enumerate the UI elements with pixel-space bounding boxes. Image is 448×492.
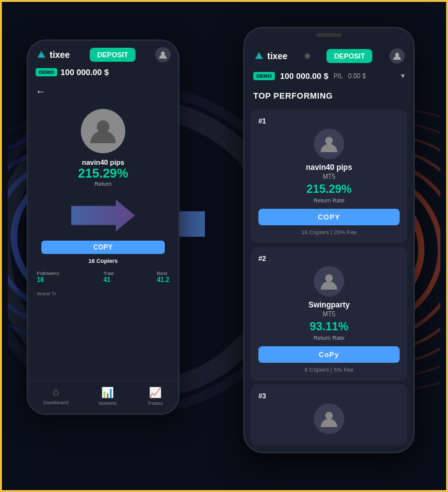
bg-stat-best: Best 41.2 [157, 271, 169, 283]
bg-phone-header: tixee DEPOSIT [28, 41, 178, 66]
trader-1-rank: #1 [258, 117, 266, 125]
trader-2-platform: MT5 [323, 311, 335, 318]
trader-1-return-rate: 215.29% [306, 183, 351, 196]
bg-balance-bar: DEMO 100 000.00 $ [28, 66, 178, 81]
fg-balance-bar: DEMO 100 000.00 $ P/L 0.00 $ ▾ [244, 69, 414, 86]
bg-home-icon: ⌂ [53, 386, 59, 398]
fg-notch [316, 33, 342, 37]
scene: tixee DEPOSIT DEMO 100 000.00 $ ← [8, 8, 440, 485]
bg-stat-trades-label: Trad [103, 271, 113, 276]
fg-chevron-icon[interactable]: ▾ [401, 71, 405, 80]
trader-2-copiers-fee: 8 Copiers | 5% Fee [305, 367, 354, 373]
trader-1-return-label: Return Rate [314, 197, 345, 204]
trader-1-copiers-fee: 16 Copiers | 20% Fee [302, 229, 357, 235]
bg-stat-best-label: Best [157, 271, 169, 276]
bg-user-avatar [155, 47, 171, 62]
bg-stat-followers: Followers: 16 [37, 271, 60, 283]
bg-nav-dashboard-label: Dashboard [43, 400, 68, 405]
trader-3-avatar [314, 404, 344, 434]
fg-phone-header: tixee DEPOSIT [244, 42, 414, 69]
trader-1-platform: MT5 [323, 173, 335, 180]
bg-trader-name: navin40 pips [82, 158, 125, 166]
bg-nav-trades[interactable]: 📈 Trades [147, 386, 163, 406]
fg-user-avatar [389, 48, 405, 64]
copy-arrow-area [28, 200, 178, 232]
bg-return-rate: 215.29% [78, 166, 129, 181]
svg-point-12 [325, 412, 333, 419]
trader-2-rank: #2 [258, 255, 266, 262]
bg-trader-avatar [81, 109, 125, 153]
copy-arrow-shape [71, 200, 135, 232]
bg-worst-label: Worst Tr [28, 288, 178, 299]
back-arrow[interactable]: ← [28, 81, 178, 102]
bg-stat-best-value: 41.2 [157, 276, 169, 283]
bg-stat-followers-label: Followers: [37, 271, 60, 276]
phone-background: tixee DEPOSIT DEMO 100 000.00 $ ← [27, 39, 179, 415]
bg-nav-trades-label: Trades [147, 400, 163, 406]
bg-bottom-nav: ⌂ Dashboard 📊 Markets 📈 Trades [28, 381, 178, 414]
bg-deposit-button[interactable]: DEPOSIT [90, 48, 136, 62]
bg-copiers-label: 16 Copiers [88, 258, 118, 264]
bg-markets-icon: 📊 [101, 386, 114, 398]
fg-section-title: TOP PERFORMING [244, 86, 414, 106]
trader-card-1: #1 navin40 pips MT5 215.29% Return Rate … [251, 109, 407, 243]
svg-point-10 [325, 137, 333, 144]
bg-stat-followers-value: 16 [37, 276, 60, 283]
trader-2-return-rate: 93.11% [309, 320, 348, 334]
bg-tixee-logo: tixee [36, 49, 70, 60]
bg-trades-icon: 📈 [149, 386, 162, 398]
bg-return-label: Return [94, 181, 111, 187]
fg-deposit-button[interactable]: DEPOSIT [326, 49, 372, 63]
trader-card-2: #2 Swingparty MT5 93.11% Return Rate CoP… [251, 247, 407, 381]
fg-notch-area [244, 28, 414, 42]
trader-2-name: Swingparty [309, 300, 350, 309]
fg-pnl-value: 0.00 $ [348, 73, 366, 80]
bg-balance-amount: 100 000.00 $ [60, 67, 109, 77]
trader-2-return-label: Return Rate [314, 335, 345, 341]
bg-trader-section: navin40 pips 215.29% Return [28, 102, 178, 193]
fg-scrollable-content[interactable]: #1 navin40 pips MT5 215.29% Return Rate … [244, 106, 414, 453]
fg-camera [305, 53, 310, 59]
trader-1-name: navin40 pips [306, 163, 353, 172]
fg-demo-badge: DEMO [253, 72, 275, 80]
bg-stat-trades: Trad 41 [103, 271, 113, 283]
trader-2-avatar [314, 266, 344, 297]
bg-stats-row: Followers: 16 Trad 41 Best 41.2 [28, 265, 178, 288]
bg-demo-badge: DEMO [36, 68, 57, 76]
trader-1-copy-button[interactable]: COPY [258, 209, 400, 225]
fg-tixee-logo: tixee [253, 50, 288, 62]
svg-point-11 [325, 274, 333, 282]
fg-balance-amount: 100 000.00 $ [280, 71, 328, 81]
phone-foreground: tixee DEPOSIT DEMO 100 000.00 $ P/L 0.00… [243, 27, 415, 453]
trader-3-rank: #3 [258, 392, 266, 400]
trader-2-copy-button[interactable]: CoPy [258, 346, 400, 363]
bg-copy-button[interactable]: COPY [41, 241, 165, 254]
bg-stat-trades-value: 41 [103, 276, 113, 283]
fg-pnl-label: P/L [333, 73, 343, 80]
bg-nav-markets[interactable]: 📊 Markets [99, 386, 116, 406]
bg-nav-markets-label: Markets [99, 400, 116, 406]
bg-copy-section: COPY 16 Copiers [28, 238, 178, 265]
trader-card-3: #3 [251, 384, 407, 446]
trader-1-avatar [314, 129, 344, 159]
bg-nav-dashboard[interactable]: ⌂ Dashboard [43, 386, 68, 405]
